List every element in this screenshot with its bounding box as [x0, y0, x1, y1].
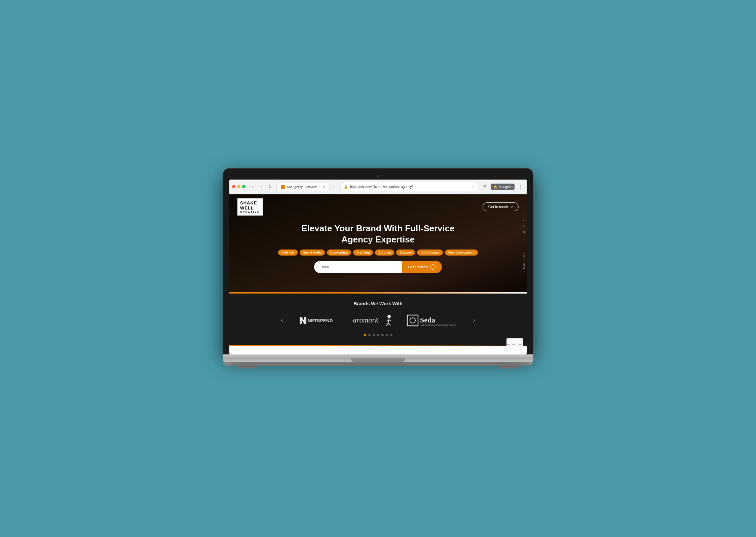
brand-aramark: aramark [353, 314, 393, 327]
new-tab-button[interactable]: + [330, 183, 338, 190]
tag-branding[interactable]: Branding [353, 250, 373, 256]
service-tags: Paid Ads Social Media Copywriting Brandi… [278, 250, 478, 256]
tag-paid-ads[interactable]: Paid Ads [278, 250, 298, 256]
brand-seda: Seda INTERNATIONAL PACKAGING GROUP [407, 314, 457, 327]
browser-nav: ‹ › ↻ [249, 183, 274, 190]
minimize-traffic-light[interactable] [237, 185, 240, 188]
carousel-prev-button[interactable]: ‹ [278, 316, 286, 325]
svg-point-3 [387, 315, 391, 318]
logo-text-sub: CREATIVE [240, 211, 260, 214]
tag-uiux[interactable]: UI/UX Design [417, 250, 443, 256]
svg-text:aramark: aramark [353, 316, 379, 324]
svg-rect-9 [407, 315, 418, 326]
tab-title: Our Agency - ShakeWell Cre... [287, 185, 320, 189]
dot-1[interactable] [364, 334, 366, 336]
tag-ecomm[interactable]: E-Comm [375, 250, 394, 256]
tag-social-media[interactable]: Social Media [300, 250, 325, 256]
brand-netspend: NETSPEND [299, 315, 339, 325]
incognito-label: Incognito [499, 185, 513, 189]
laptop-feet [223, 366, 533, 369]
social-divider [524, 243, 524, 250]
maximize-traffic-light[interactable] [242, 185, 245, 188]
svg-text:Seda: Seda [420, 316, 435, 324]
logo-text-main: SHAKE WELL [240, 200, 260, 211]
social-sidebar: 𝕀 in 𝕏 f Follow Us [523, 217, 525, 269]
active-tab[interactable]: Our Agency - ShakeWell Cre... ✕ [276, 183, 330, 191]
arrow-icon: ↗ [510, 205, 513, 209]
tab-close-button[interactable]: ✕ [323, 185, 325, 189]
dot-3[interactable] [373, 334, 375, 336]
svg-point-10 [410, 318, 415, 323]
hero-title: Elevate Your Brand With Full-Service Age… [278, 223, 478, 245]
back-button[interactable]: ‹ [249, 183, 256, 190]
extensions-button[interactable]: ⊞ [481, 183, 489, 190]
email-input[interactable] [314, 261, 402, 273]
tab-bar: Our Agency - ShakeWell Cre... ✕ + [276, 183, 338, 191]
incognito-button[interactable]: 🕵 Incognito [491, 184, 515, 190]
orange-accent-bar-bottom [229, 345, 527, 346]
brands-title: Brands We Work With [229, 301, 527, 306]
laptop-screen: ‹ › ↻ Our Agency - ShakeWell Cre... ✕ + [229, 180, 527, 354]
tab-favicon [281, 185, 285, 189]
dot-2[interactable] [368, 334, 371, 336]
instagram-icon[interactable]: 𝕀 [523, 217, 525, 221]
refresh-button[interactable]: ↻ [266, 183, 274, 190]
svg-text:INTERNATIONAL PACKAGING GROUP: INTERNATIONAL PACKAGING GROUP [420, 324, 456, 326]
circle-arrow-icon: → [430, 264, 436, 270]
linkedin-icon[interactable]: in [523, 224, 525, 227]
address-bar[interactable]: 🔒 https://shakewellcreative.com/our-agen… [340, 182, 479, 191]
recaptcha-content: reCAPTCHA [507, 343, 522, 346]
menu-button[interactable]: ⋮ [517, 183, 524, 190]
dot-6[interactable] [386, 334, 388, 336]
laptop-foot-right [499, 366, 519, 369]
tag-copywriting[interactable]: Copywriting [327, 250, 351, 256]
browser-chrome: ‹ › ↻ Our Agency - ShakeWell Cre... ✕ + [229, 180, 527, 194]
laptop-foot-left [237, 366, 257, 369]
netspend-logo-svg: NETSPEND [299, 315, 339, 325]
forward-button[interactable]: › [258, 183, 265, 190]
close-traffic-light[interactable] [232, 185, 235, 188]
browser-actions: ⊞ 🕵 Incognito ⋮ [481, 183, 524, 190]
website-content: SHAKE WELL CREATIVE Get in touch ↗ [229, 194, 527, 354]
laptop-stand [223, 362, 533, 366]
hero-content: Elevate Your Brand With Full-Service Age… [265, 223, 491, 273]
facebook-icon[interactable]: f [524, 236, 525, 240]
tag-webdev[interactable]: Web Development [445, 250, 478, 256]
svg-text:NETSPEND: NETSPEND [308, 318, 333, 323]
get-in-touch-button[interactable]: Get in touch ↗ [483, 202, 519, 211]
url-text: https://shakewellcreative.com/our-agency… [350, 185, 413, 189]
dot-5[interactable] [381, 334, 384, 336]
svg-line-8 [389, 320, 391, 321]
bookmark-icon[interactable]: ☆ [472, 185, 475, 189]
brands-carousel: ‹ NETSPEND [229, 314, 527, 327]
seda-logo-svg: Seda INTERNATIONAL PACKAGING GROUP [407, 314, 457, 327]
follow-us-label: Follow Us [523, 252, 525, 269]
aramark-logo-svg: aramark [353, 314, 393, 327]
laptop-container: ‹ › ↻ Our Agency - ShakeWell Cre... ✕ + [223, 169, 533, 369]
recaptcha-widget: reCAPTCHA [506, 338, 523, 351]
screen-bezel: ‹ › ↻ Our Agency - ShakeWell Cre... ✕ + [223, 169, 533, 354]
email-form: Get Started → [314, 261, 442, 273]
camera [377, 175, 379, 178]
incognito-icon: 🕵 [493, 184, 498, 189]
traffic-lights [232, 185, 245, 188]
svg-marker-0 [300, 317, 306, 324]
svg-line-6 [388, 323, 390, 325]
brands-section: Brands We Work With ‹ NETSPEND [229, 294, 527, 346]
carousel-next-button[interactable]: › [470, 316, 478, 325]
hero-section: SHAKE WELL CREATIVE Get in touch ↗ [229, 194, 527, 292]
lock-icon: 🔒 [344, 185, 348, 189]
tag-strategy[interactable]: Strategy [396, 250, 415, 256]
get-started-button[interactable]: Get Started → [402, 261, 442, 273]
dot-7[interactable] [390, 334, 392, 336]
site-logo[interactable]: SHAKE WELL CREATIVE [237, 198, 263, 216]
svg-line-5 [386, 323, 388, 326]
dot-4[interactable] [377, 334, 379, 336]
laptop-base [223, 354, 533, 362]
twitter-icon[interactable]: 𝕏 [523, 230, 525, 234]
navbar: SHAKE WELL CREATIVE Get in touch ↗ [229, 194, 527, 220]
carousel-dots [229, 334, 527, 339]
